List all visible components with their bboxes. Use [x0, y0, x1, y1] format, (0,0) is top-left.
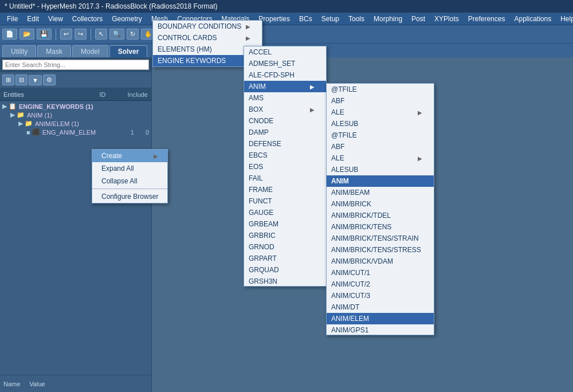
select-button[interactable]: ↖: [95, 29, 107, 40]
anim-item-ale[interactable]: ALE▶: [327, 107, 434, 118]
tab-model[interactable]: Model: [72, 45, 108, 57]
context-menu-item-configure-browser[interactable]: Configure Browser: [92, 190, 167, 203]
ek-menu-item-funct[interactable]: FUNCT: [244, 195, 326, 207]
ek-menu-item-grquad[interactable]: GRQUAD: [244, 264, 326, 276]
anim-item-ale[interactable]: ALE▶: [327, 152, 434, 164]
context-menu: Create▶Expand AllCollapse AllConfigure B…: [92, 149, 168, 203]
col-id-header: ID: [100, 91, 106, 98]
ek-menu-item-box[interactable]: BOX▶: [244, 104, 326, 115]
menu-item-bcs[interactable]: BCs: [295, 14, 317, 24]
anim-item-anim-cut-1[interactable]: ANIM/CUT/1: [327, 267, 434, 279]
context-menu-item-collapse-all[interactable]: Collapse All: [92, 175, 167, 187]
anim-item-anim-brick-tens-strain[interactable]: ANIM/BRICK/TENS/STRAIN: [327, 233, 434, 244]
dd-item-label: ANIM/BRICK/TENS/STRAIN: [331, 234, 419, 242]
settings-icon[interactable]: ⚙: [43, 75, 56, 85]
menu-item-xyplots[interactable]: XYPlots: [430, 14, 464, 24]
context-menu-item-create[interactable]: Create▶: [92, 150, 167, 162]
tree-row[interactable]: ▶📁ANIM/ELEM (1): [0, 119, 151, 128]
anim-item-anim-gps1[interactable]: ANIM/GPS1: [327, 324, 434, 335]
ek-menu-item-damp[interactable]: DAMP: [244, 127, 326, 138]
save-button[interactable]: 💾: [37, 29, 52, 40]
ek-menu-item-cnode[interactable]: CNODE: [244, 115, 326, 127]
tab-utility[interactable]: Utility: [2, 45, 36, 57]
filter-icon[interactable]: ▼: [29, 75, 42, 85]
connectors-menu-item-boundary-conditions[interactable]: BOUNDARY CONDITIONS▶: [153, 21, 262, 32]
tree-label: ENG_ANIM_ELEM: [42, 129, 131, 136]
ek-menu-item-admesh_set[interactable]: ADMESH_SET: [244, 58, 326, 69]
dd-item-label: ANIM/ELEM: [331, 315, 369, 323]
menu-item-geometry[interactable]: Geometry: [107, 14, 147, 24]
menu-item-setup[interactable]: Setup: [317, 14, 344, 24]
ek-menu-item-eos[interactable]: EOS: [244, 161, 326, 173]
anim-item-abf[interactable]: ABF: [327, 141, 434, 152]
anim-item-anim-cut-2[interactable]: ANIM/CUT/2: [327, 279, 434, 290]
search-input[interactable]: [2, 60, 149, 70]
new-button[interactable]: 📄: [2, 29, 17, 40]
ek-menu-item-gauge[interactable]: GAUGE: [244, 207, 326, 218]
anim-item-anim[interactable]: ANIM: [327, 175, 434, 187]
dd-item-label: GRBEAM: [249, 220, 278, 228]
anim-item-anim-brick[interactable]: ANIM/BRICK: [327, 198, 434, 210]
ek-menu-item-anim[interactable]: ANIM▶: [244, 81, 326, 92]
ek-menu-item-fail[interactable]: FAIL: [244, 173, 326, 184]
menu-item-applications[interactable]: Applications: [509, 14, 556, 24]
ek-menu-item-grpart[interactable]: GRPART: [244, 253, 326, 264]
ek-menu-item-grbeam[interactable]: GRBEAM: [244, 218, 326, 230]
open-button[interactable]: 📂: [19, 29, 34, 40]
tab-mask[interactable]: Mask: [37, 45, 71, 57]
redo-button[interactable]: ↪: [74, 29, 87, 40]
ek-menu-item-accel[interactable]: ACCEL: [244, 46, 326, 58]
ek-menu-item-grsh3n[interactable]: GRSH3N: [244, 276, 326, 287]
ek-menu-item-grnod[interactable]: GRNOD: [244, 241, 326, 253]
menu-item-edit[interactable]: Edit: [22, 14, 44, 24]
anim-item-alesub[interactable]: ALESUB: [327, 118, 434, 130]
menu-item-collectors[interactable]: Collectors: [68, 14, 107, 24]
tree-row[interactable]: ▶📁ANIM (1): [0, 111, 151, 119]
ek-menu-item-ale-cfd-sph[interactable]: ALE-CFD-SPH: [244, 69, 326, 81]
rotate-button[interactable]: ↻: [127, 29, 139, 40]
menu-item-preferences[interactable]: Preferences: [464, 14, 510, 24]
anim-item-anim-brick-vdam[interactable]: ANIM/BRICK/VDAM: [327, 256, 434, 267]
anim-item-anim-elem[interactable]: ANIM/ELEM: [327, 313, 434, 324]
menu-item-tools[interactable]: Tools: [344, 14, 369, 24]
anim-item-anim-cut-3[interactable]: ANIM/CUT/3: [327, 290, 434, 301]
dd-item-label: ADMESH_SET: [249, 60, 295, 68]
dd-item-label: ANIM/BRICK/TENS/STRESS: [331, 246, 421, 254]
context-menu-item-expand-all[interactable]: Expand All: [92, 162, 167, 175]
undo-button[interactable]: ↩: [60, 29, 72, 40]
dd-item-label: ALESUB: [331, 120, 358, 128]
anim-item-anim-brick-tdel[interactable]: ANIM/BRICK/TDEL: [327, 210, 434, 221]
menu-item-help[interactable]: Help: [556, 14, 573, 24]
anim-item-anim-brick-tens-stress[interactable]: ANIM/BRICK/TENS/STRESS: [327, 244, 434, 256]
ek-menu-item-ebcs[interactable]: EBCS: [244, 150, 326, 161]
tree-row[interactable]: ■⬛ENG_ANIM_ELEM10: [0, 128, 151, 136]
tree-area[interactable]: ▶📋ENGINE_KEYWORDS (1)▶📁ANIM (1)▶📁ANIM/EL…: [0, 101, 151, 375]
dd-item-label: CNODE: [249, 117, 273, 125]
menu-item-file[interactable]: File: [2, 14, 22, 24]
collapse-icon[interactable]: ⊟: [15, 75, 28, 85]
anim-item-@tfile[interactable]: @TFILE: [327, 130, 434, 141]
anim-item-abf[interactable]: ABF: [327, 95, 434, 107]
dd-item-label: ANIM/BEAM: [331, 189, 370, 197]
menu-item-morphing[interactable]: Morphing: [369, 14, 407, 24]
anim-item-anim-dt[interactable]: ANIM/DT: [327, 301, 434, 313]
expand-icon[interactable]: ⊞: [2, 75, 14, 85]
menu-item-view[interactable]: View: [44, 14, 68, 24]
ek-menu-item-frame[interactable]: FRAME: [244, 184, 326, 195]
dd-item-label: @TFILE: [331, 131, 357, 139]
tab-solver[interactable]: Solver: [109, 45, 148, 57]
anim-item-anim-brick-tens[interactable]: ANIM/BRICK/TENS: [327, 221, 434, 233]
menu-bar: FileEditViewCollectorsGeometryMeshConnec…: [0, 13, 573, 25]
connectors-menu-item-control-cards[interactable]: CONTROL CARDS▶: [153, 32, 262, 44]
ek-menu-item-defense[interactable]: DEFENSE: [244, 138, 326, 150]
zoom-button[interactable]: 🔍: [109, 29, 124, 40]
anim-item-anim-beam[interactable]: ANIM/BEAM: [327, 187, 434, 198]
menu-item-post[interactable]: Post: [407, 14, 430, 24]
anim-item-@tfile[interactable]: @TFILE: [327, 84, 434, 95]
tree-row[interactable]: ▶📋ENGINE_KEYWORDS (1): [0, 102, 151, 111]
tree-expand-icon: ▶: [10, 111, 15, 119]
anim-item-alesub[interactable]: ALESUB: [327, 164, 434, 175]
dd-item-label: ANIM/GPS1: [331, 326, 368, 334]
ek-menu-item-grbric[interactable]: GRBRIC: [244, 230, 326, 241]
ek-menu-item-ams[interactable]: AMS: [244, 92, 326, 104]
